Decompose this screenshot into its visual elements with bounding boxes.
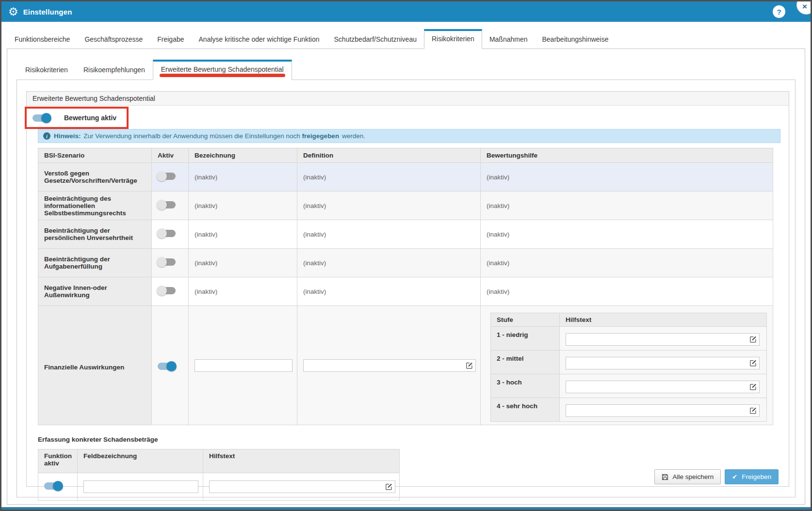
page-title: Einstellungen xyxy=(23,8,72,16)
bewertung-aktiv-label: Bewertung aktiv xyxy=(64,114,116,122)
schadensbetraege-header-row: Funktion aktiv Feldbezeichnung Hilfstext xyxy=(38,449,400,473)
help-button[interactable]: ? xyxy=(773,5,785,18)
scenario-row-finanzielle: Finanzielle Auswirkungen xyxy=(38,306,773,425)
col-header-funktion-aktiv: Funktion aktiv xyxy=(38,449,78,473)
scenario-label: Beeinträchtigung der persönlichen Unvers… xyxy=(38,220,152,249)
definition-value: (inaktiv) xyxy=(303,174,326,181)
stufe-label: 3 - hoch xyxy=(491,374,560,398)
bewertung-aktiv-toggle[interactable] xyxy=(32,114,50,122)
stufe-2-hilfstext-input[interactable] xyxy=(566,357,760,369)
hilfstext-input[interactable] xyxy=(209,480,395,493)
bewertung-aktiv-row: Bewertung aktiv xyxy=(32,111,116,125)
subtab-erweiterte-bewertung[interactable]: Erweiterte Bewertung Schadenspotential xyxy=(153,60,292,80)
bewertungshilfe-value: (inaktiv) xyxy=(487,231,509,238)
scenario-label: Verstoß gegen Gesetze/Vorschriften/Vertr… xyxy=(38,163,152,192)
scenario-label: Finanzielle Auswirkungen xyxy=(38,306,152,425)
info-icon: i xyxy=(43,132,50,140)
bewertungshilfe-value: (inaktiv) xyxy=(487,174,509,181)
tab-funktionsbereiche[interactable]: Funktionsbereiche xyxy=(7,28,77,49)
col-header-definition: Definition xyxy=(297,148,481,163)
edit-icon[interactable] xyxy=(749,407,757,415)
bewertungshilfe-value: (inaktiv) xyxy=(487,288,509,295)
stufe-label: 2 - mittel xyxy=(491,351,560,374)
window-bottom-strip xyxy=(1,507,811,510)
subtab-risikokriterien[interactable]: Risikokriterien xyxy=(17,59,76,80)
bsi-szenario-table: BSI-Szenario Aktiv Bezeichnung Definitio… xyxy=(38,148,773,425)
feldbezeichnung-input[interactable] xyxy=(83,480,198,493)
gear-icon: ⚙ xyxy=(8,6,18,17)
erweiterte-bewertung-panel: Erweiterte Bewertung Schadenspotential B… xyxy=(26,91,789,487)
definition-value: (inaktiv) xyxy=(303,288,326,295)
release-button[interactable]: ✔ Freigeben xyxy=(725,469,779,484)
scenario-row: Negative Innen-oder Außenwirkung (inakti… xyxy=(38,277,773,306)
definition-value: (inaktiv) xyxy=(303,259,326,267)
scenario-active-toggle[interactable] xyxy=(158,230,176,237)
sub-tab-content: Erweiterte Bewertung Schadenspotential B… xyxy=(16,80,796,497)
bezeichnung-input[interactable] xyxy=(195,359,292,372)
scenario-row: Beeinträchtigung der persönlichen Unvers… xyxy=(38,220,773,249)
scenario-active-toggle[interactable] xyxy=(158,201,176,208)
stufe-label: 4 - sehr hoch xyxy=(491,398,560,422)
annotation-underline xyxy=(160,74,285,77)
bewertungshilfe-value: (inaktiv) xyxy=(487,259,509,267)
check-icon: ✔ xyxy=(732,474,737,480)
main-tab-bar: Funktionsbereiche Geschäftsprozesse Frei… xyxy=(1,22,811,49)
stufe-4-hilfstext-input[interactable] xyxy=(566,404,760,417)
scenario-active-toggle[interactable] xyxy=(158,363,176,370)
action-bar: Alle speichern ✔ Freigeben xyxy=(654,469,779,484)
scenario-label: Beeinträchtigung des informationellen Se… xyxy=(38,192,152,220)
titlebar: ⚙ Einstellungen ? xyxy=(1,1,811,22)
edit-icon[interactable] xyxy=(466,362,473,369)
definition-value: (inaktiv) xyxy=(303,202,326,209)
tab-schutzbedarf-schutzniveau[interactable]: Schutzbedarf/Schutzniveau xyxy=(327,28,424,49)
bezeichnung-value: (inaktiv) xyxy=(195,174,217,181)
tab-risikokriterien[interactable]: Risikokriterien xyxy=(424,29,482,49)
save-icon xyxy=(662,474,668,480)
schadensbetraege-heading: Erfassung konkreter Schadensbeträge xyxy=(38,436,789,443)
edit-icon[interactable] xyxy=(749,360,757,367)
subtab-risikoempfehlungen[interactable]: Risikoempfehlungen xyxy=(76,59,153,80)
scenario-row: Beeinträchtigung des informationellen Se… xyxy=(38,192,773,220)
edit-icon[interactable] xyxy=(749,336,757,343)
scenario-row: Beeinträchtigung der Aufgabenerfüllung (… xyxy=(38,249,773,277)
stufe-3-hilfstext-input[interactable] xyxy=(566,381,760,393)
bezeichnung-value: (inaktiv) xyxy=(195,231,217,238)
hint-text: Hinweis: Zur Verwendung innerhalb der An… xyxy=(54,132,365,140)
stufe-1-hilfstext-input[interactable] xyxy=(566,333,760,346)
tab-massnahmen[interactable]: Maßnahmen xyxy=(482,28,535,49)
tab-bearbeitungshinweise[interactable]: Bearbeitungshinweise xyxy=(535,28,616,49)
stufe-row: 4 - sehr hoch xyxy=(491,398,767,422)
subtab-label: Erweiterte Bewertung Schadenspotential xyxy=(161,65,284,73)
scenario-active-toggle[interactable] xyxy=(158,173,176,180)
bezeichnung-value: (inaktiv) xyxy=(195,288,217,295)
definition-input[interactable] xyxy=(303,359,476,372)
tab-analyse-kritische-funktion[interactable]: Analyse kritische oder wichtige Funktion xyxy=(192,28,327,49)
scenario-row: Verstoß gegen Gesetze/Vorschriften/Vertr… xyxy=(38,163,773,192)
stufe-row: 2 - mittel xyxy=(491,351,767,374)
edit-icon[interactable] xyxy=(385,483,392,491)
col-header-hilfstext: Hilfstext xyxy=(560,313,767,327)
tab-content-area: Risikokriterien Risikoempfehlungen Erwei… xyxy=(7,48,805,505)
scenario-label: Beeinträchtigung der Aufgabenerfüllung xyxy=(38,249,152,277)
sub-tab-bar: Risikokriterien Risikoempfehlungen Erwei… xyxy=(7,49,805,80)
definition-value: (inaktiv) xyxy=(303,231,326,238)
hint-bar: i Hinweis: Zur Verwendung innerhalb der … xyxy=(38,129,780,143)
col-header-bezeichnung: Bezeichnung xyxy=(189,148,297,163)
col-header-feldbezeichnung: Feldbezeichnung xyxy=(78,449,203,473)
tab-freigabe[interactable]: Freigabe xyxy=(150,28,191,49)
tab-geschaeftsprozesse[interactable]: Geschäftsprozesse xyxy=(77,28,150,49)
scenario-label: Negative Innen-oder Außenwirkung xyxy=(38,277,152,306)
stufe-row: 1 - niedrig xyxy=(491,327,767,351)
stufe-label: 1 - niedrig xyxy=(491,327,560,351)
save-all-label: Alle speichern xyxy=(673,473,714,480)
release-label: Freigeben xyxy=(742,473,771,480)
col-header-hilfstext: Hilfstext xyxy=(203,449,400,473)
schadensbetraege-row xyxy=(38,473,400,501)
save-all-button[interactable]: Alle speichern xyxy=(654,469,721,484)
scenario-active-toggle[interactable] xyxy=(158,258,176,266)
col-header-bsi-szenario: BSI-Szenario xyxy=(38,148,152,163)
scenario-active-toggle[interactable] xyxy=(158,287,176,294)
funktion-aktiv-toggle[interactable] xyxy=(44,482,62,490)
panel-header: Erweiterte Bewertung Schadenspotential xyxy=(27,92,789,106)
edit-icon[interactable] xyxy=(749,383,757,391)
